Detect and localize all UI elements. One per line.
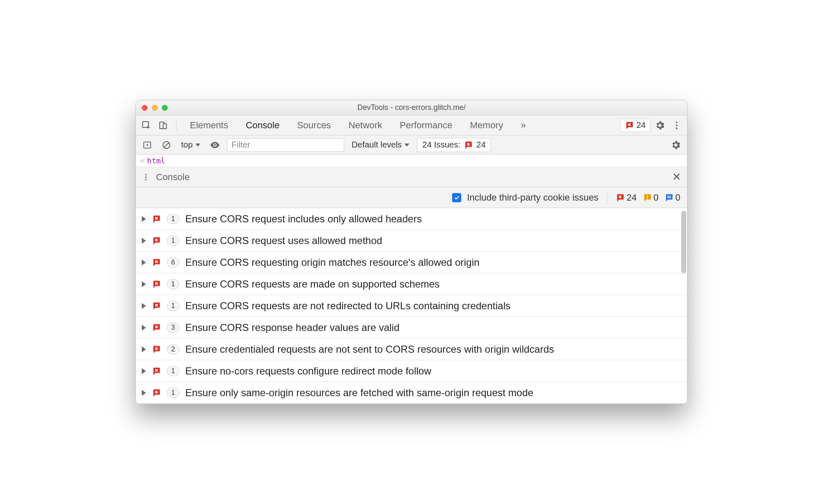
include-cookies-checkbox[interactable] — [452, 193, 461, 202]
error-count-button[interactable]: 24 — [620, 119, 650, 132]
svg-rect-2 — [163, 124, 166, 129]
live-expression-icon[interactable] — [208, 138, 222, 152]
issue-row[interactable]: 6Ensure CORS requesting origin matches r… — [136, 252, 687, 273]
separator — [607, 192, 607, 203]
expand-arrow-icon[interactable] — [142, 390, 146, 396]
error-icon — [152, 236, 161, 245]
issue-row[interactable]: 1Ensure CORS requests are made on suppor… — [136, 273, 687, 295]
html-token: html — [147, 156, 165, 165]
drawer-header: Console ✕ — [136, 167, 687, 187]
context-selector[interactable]: top — [179, 140, 203, 150]
issues-toolbar: Include third-party cookie issues 24 0 0 — [136, 187, 687, 208]
tab-network[interactable]: Network — [341, 115, 390, 135]
issue-title: Ensure CORS response header values are v… — [185, 322, 399, 333]
issue-title: Ensure CORS request includes only allowe… — [185, 213, 422, 225]
issue-title: Ensure credentialed requests are not sen… — [185, 344, 554, 355]
issue-row[interactable]: 3Ensure CORS response header values are … — [136, 317, 687, 339]
toggle-console-sidebar-icon[interactable] — [140, 138, 154, 152]
issue-row[interactable]: 1Ensure CORS requests are not redirected… — [136, 295, 687, 317]
tab-sources[interactable]: Sources — [289, 115, 338, 135]
issues-count: 24 — [476, 140, 486, 150]
expand-arrow-icon[interactable] — [142, 325, 146, 331]
issue-row[interactable]: 2Ensure credentialed requests are not se… — [136, 339, 687, 360]
inspect-element-icon[interactable] — [139, 118, 153, 132]
tab-elements[interactable]: Elements — [182, 115, 236, 135]
issue-title: Ensure CORS requests are not redirected … — [185, 300, 511, 312]
info-issue-count[interactable]: 0 — [665, 192, 680, 203]
svg-point-9 — [145, 174, 146, 175]
issue-count-pill: 2 — [167, 344, 179, 354]
issue-title: Ensure CORS requesting origin matches re… — [185, 257, 480, 268]
issues-list: 1Ensure CORS request includes only allow… — [136, 208, 687, 404]
issue-count-pill: 1 — [167, 236, 179, 246]
warning-issue-count[interactable]: 0 — [643, 192, 659, 203]
issue-row[interactable]: 1Ensure no-cors requests configure redir… — [136, 360, 687, 382]
chevron-glyph: < — [140, 156, 145, 165]
error-icon — [152, 301, 161, 311]
error-icon — [152, 388, 161, 397]
svg-point-4 — [676, 125, 677, 126]
expand-arrow-icon[interactable] — [142, 260, 146, 265]
include-cookies-label: Include third-party cookie issues — [467, 192, 598, 203]
issue-title: Ensure CORS request uses allowed method — [185, 235, 382, 247]
separator — [176, 120, 176, 131]
expand-arrow-icon[interactable] — [142, 216, 146, 222]
zoom-window-button[interactable] — [162, 105, 168, 111]
error-count-label: 24 — [636, 120, 646, 130]
main-tabbar: ElementsConsoleSourcesNetworkPerformance… — [136, 115, 687, 135]
expand-arrow-icon[interactable] — [142, 238, 146, 244]
settings-icon[interactable] — [653, 118, 667, 132]
kebab-menu-icon[interactable] — [670, 118, 684, 132]
svg-point-12 — [647, 198, 648, 199]
issues-button[interactable]: 24 Issues: 24 — [417, 138, 491, 152]
devtools-window: DevTools - cors-errors.glitch.me/ Elemen… — [135, 100, 688, 404]
issue-count-pill: 1 — [167, 366, 179, 376]
close-window-button[interactable] — [142, 105, 148, 111]
clear-console-icon[interactable] — [159, 138, 174, 152]
titlebar: DevTools - cors-errors.glitch.me/ — [136, 100, 687, 115]
issues-label: 24 Issues: — [422, 140, 460, 150]
issue-count-pill: 1 — [167, 279, 179, 289]
issue-count-pill: 1 — [167, 301, 179, 311]
filter-input[interactable] — [227, 138, 344, 152]
svg-point-5 — [676, 127, 677, 129]
drawer-title: Console — [156, 172, 190, 183]
issue-count-pill: 6 — [167, 257, 179, 267]
more-tabs-button[interactable]: » — [513, 115, 533, 135]
drawer-kebab-icon[interactable] — [142, 170, 150, 184]
levels-selector[interactable]: Default levels — [349, 140, 412, 150]
error-icon — [152, 367, 161, 376]
tab-console[interactable]: Console — [238, 115, 287, 135]
expand-arrow-icon[interactable] — [142, 281, 146, 287]
error-issue-count[interactable]: 24 — [616, 192, 636, 203]
expand-arrow-icon[interactable] — [142, 303, 146, 309]
svg-rect-14 — [667, 197, 671, 198]
device-toolbar-icon[interactable] — [156, 118, 170, 132]
error-icon — [152, 323, 161, 332]
svg-point-8 — [214, 144, 216, 145]
issue-row[interactable]: 1Ensure CORS request includes only allow… — [136, 208, 687, 230]
tab-memory[interactable]: Memory — [463, 115, 511, 135]
console-message-row: < html — [136, 155, 687, 167]
window-controls — [142, 105, 168, 111]
issue-row[interactable]: 1Ensure only same-origin resources are f… — [136, 382, 687, 404]
issue-title: Ensure no-cors requests configure redire… — [185, 365, 431, 377]
minimize-window-button[interactable] — [152, 105, 158, 111]
issue-count-pill: 1 — [167, 388, 179, 398]
issue-row[interactable]: 1Ensure CORS request uses allowed method — [136, 230, 687, 252]
tab-performance[interactable]: Performance — [392, 115, 460, 135]
svg-rect-13 — [667, 196, 671, 196]
console-settings-icon[interactable] — [669, 138, 683, 152]
expand-arrow-icon[interactable] — [142, 368, 146, 374]
close-drawer-button[interactable]: ✕ — [672, 171, 681, 183]
window-title: DevTools - cors-errors.glitch.me/ — [357, 103, 465, 112]
expand-arrow-icon[interactable] — [142, 346, 146, 352]
levels-label: Default levels — [352, 140, 402, 150]
scrollbar-thumb[interactable] — [681, 211, 686, 273]
error-icon — [152, 345, 161, 354]
console-toolbar: top Default levels 24 Issues: 24 — [136, 135, 687, 155]
issue-title: Ensure only same-origin resources are fe… — [185, 387, 533, 399]
issue-count-pill: 3 — [167, 323, 179, 333]
svg-point-10 — [145, 176, 146, 178]
info-issue-count-label: 0 — [675, 192, 680, 203]
